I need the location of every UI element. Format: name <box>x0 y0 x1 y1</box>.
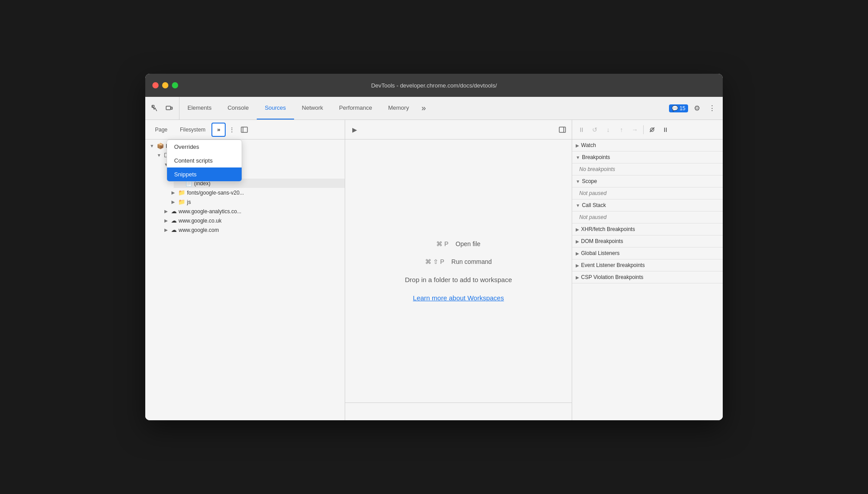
section-event-label: Event Listener Breakpoints <box>581 262 645 268</box>
more-tabs-button[interactable]: » <box>417 97 430 120</box>
tab-sources[interactable]: Sources <box>257 97 294 120</box>
deactivate-breakpoints-icon[interactable] <box>646 124 658 135</box>
shortcut-run-command: ⌘ ⇧ P Run command <box>425 258 492 265</box>
section-global-label: Global Listeners <box>581 250 620 256</box>
main-tabs: Elements Console Sources Network Perform… <box>179 97 665 120</box>
device-toolbar-icon[interactable] <box>163 102 175 115</box>
shortcut-open-action: Open file <box>456 240 481 247</box>
toolbar-separator <box>643 125 644 134</box>
sub-tab-page[interactable]: Page <box>149 120 174 139</box>
sub-tab-filesystem[interactable]: Filesystem <box>174 120 211 139</box>
learn-workspaces-link[interactable]: Learn more about Workspaces <box>413 294 504 302</box>
step-into-icon[interactable]: ↓ <box>602 124 614 135</box>
section-scope-label: Scope <box>582 178 597 184</box>
section-global-header[interactable]: ▶ Global Listeners <box>572 247 723 259</box>
traffic-lights <box>152 82 178 88</box>
window-title: DevTools - developer.chrome.com/docs/dev… <box>371 82 497 89</box>
drop-folder-text: Drop in a folder to add to workspace <box>405 276 512 283</box>
section-breakpoints-content: No breakpoints <box>572 163 723 175</box>
show-navigator-icon[interactable] <box>557 124 568 135</box>
sub-tab-bar: Page Filesystem » ⋮ <box>145 120 345 139</box>
section-xhr-label: XHR/fetch Breakpoints <box>581 226 635 232</box>
tree-item-google-analytics[interactable]: ▶ ☁ www.google-analytics.co... <box>159 207 345 216</box>
tree-item-google-couk[interactable]: ▶ ☁ www.google.co.uk <box>159 216 345 225</box>
tab-bar-right: 💬 15 ⚙ ⋮ <box>665 97 723 120</box>
right-content: ▶ Watch ▼ Breakpoints No breakpoints ▼ S… <box>572 139 723 420</box>
step-icon[interactable]: → <box>629 124 641 135</box>
tree-item-js[interactable]: ▶ 📁 js <box>167 197 345 207</box>
dropdown-overrides[interactable]: Overrides <box>167 140 242 154</box>
hide-sidebar-button[interactable] <box>238 124 251 136</box>
section-event-header[interactable]: ▶ Event Listener Breakpoints <box>572 259 723 271</box>
right-panel: ⏸ ↺ ↓ ↑ → ⏸ ▶ Watch <box>572 120 723 420</box>
pause-icon[interactable]: ⏸ <box>576 124 587 135</box>
step-over-icon[interactable]: ↺ <box>589 124 601 135</box>
tab-bar-icons <box>145 97 179 120</box>
section-callstack-content: Not paused <box>572 211 723 223</box>
run-icon[interactable]: ▶ <box>349 124 360 135</box>
section-xhr-header[interactable]: ▶ XHR/fetch Breakpoints <box>572 223 723 235</box>
dropdown-snippets[interactable]: Snippets <box>167 167 242 181</box>
right-toolbar: ⏸ ↺ ↓ ↑ → ⏸ <box>572 120 723 139</box>
section-scope-content: Not paused <box>572 187 723 199</box>
section-watch-header[interactable]: ▶ Watch <box>572 139 723 151</box>
section-csp-label: CSP Violation Breakpoints <box>581 274 643 280</box>
dropdown-menu: Overrides Content scripts Snippets <box>167 139 242 182</box>
section-csp-header[interactable]: ▶ CSP Violation Breakpoints <box>572 271 723 283</box>
tree-item-google-com[interactable]: ▶ ☁ www.google.com <box>159 225 345 235</box>
section-breakpoints-label: Breakpoints <box>582 154 610 160</box>
console-messages-badge[interactable]: 💬 15 <box>669 104 688 112</box>
step-out-icon[interactable]: ↑ <box>616 124 627 135</box>
titlebar: DevTools - developer.chrome.com/docs/dev… <box>145 74 723 97</box>
section-callstack-label: Call Stack <box>582 202 606 208</box>
devtools-body: Elements Console Sources Network Perform… <box>145 97 723 420</box>
sub-tab-more-button[interactable]: » <box>211 123 226 137</box>
top-tab-bar: Elements Console Sources Network Perform… <box>145 97 723 120</box>
shortcut-open-keys: ⌘ P <box>436 240 448 247</box>
section-dom-label: DOM Breakpoints <box>581 238 623 244</box>
section-callstack-header[interactable]: ▼ Call Stack <box>572 199 723 211</box>
dropdown-content-scripts[interactable]: Content scripts <box>167 154 242 167</box>
tab-elements[interactable]: Elements <box>179 97 219 120</box>
shortcut-run-keys: ⌘ ⇧ P <box>425 258 444 265</box>
customize-icon[interactable]: ⋮ <box>706 102 718 115</box>
svg-rect-5 <box>559 127 565 132</box>
section-scope-header[interactable]: ▼ Scope <box>572 175 723 187</box>
tab-console[interactable]: Console <box>219 97 257 120</box>
content-area: Page Filesystem » ⋮ <box>145 120 723 420</box>
minimize-button[interactable] <box>162 82 168 88</box>
pause-on-exceptions-icon[interactable]: ⏸ <box>660 124 671 135</box>
center-content: ⌘ P Open file ⌘ ⇧ P Run command Drop in … <box>345 139 572 402</box>
devtools-window: DevTools - developer.chrome.com/docs/dev… <box>145 74 723 420</box>
inspect-element-icon[interactable] <box>149 102 161 115</box>
close-button[interactable] <box>152 82 159 88</box>
left-panel: Page Filesystem » ⋮ <box>145 120 345 420</box>
tab-network[interactable]: Network <box>294 97 331 120</box>
sub-tab-dots-button[interactable]: ⋮ <box>226 124 238 136</box>
section-dom-header[interactable]: ▶ DOM Breakpoints <box>572 235 723 247</box>
maximize-button[interactable] <box>172 82 178 88</box>
tree-item-fonts[interactable]: ▶ 📁 fonts/google-sans-v20... <box>167 188 345 197</box>
section-watch-label: Watch <box>581 142 596 148</box>
shortcut-run-action: Run command <box>451 258 492 265</box>
svg-rect-1 <box>166 106 171 110</box>
bottom-bar <box>345 402 572 420</box>
shortcut-open-file: ⌘ P Open file <box>436 240 480 247</box>
center-panel: ▶ ⌘ P Open file ⌘ ⇧ P <box>345 120 572 420</box>
svg-rect-2 <box>171 107 172 109</box>
tab-performance[interactable]: Performance <box>331 97 380 120</box>
settings-icon[interactable]: ⚙ <box>691 102 703 115</box>
svg-rect-3 <box>241 127 247 132</box>
section-breakpoints-header[interactable]: ▼ Breakpoints <box>572 151 723 163</box>
tab-memory[interactable]: Memory <box>380 97 417 120</box>
center-toolbar: ▶ <box>345 120 572 139</box>
